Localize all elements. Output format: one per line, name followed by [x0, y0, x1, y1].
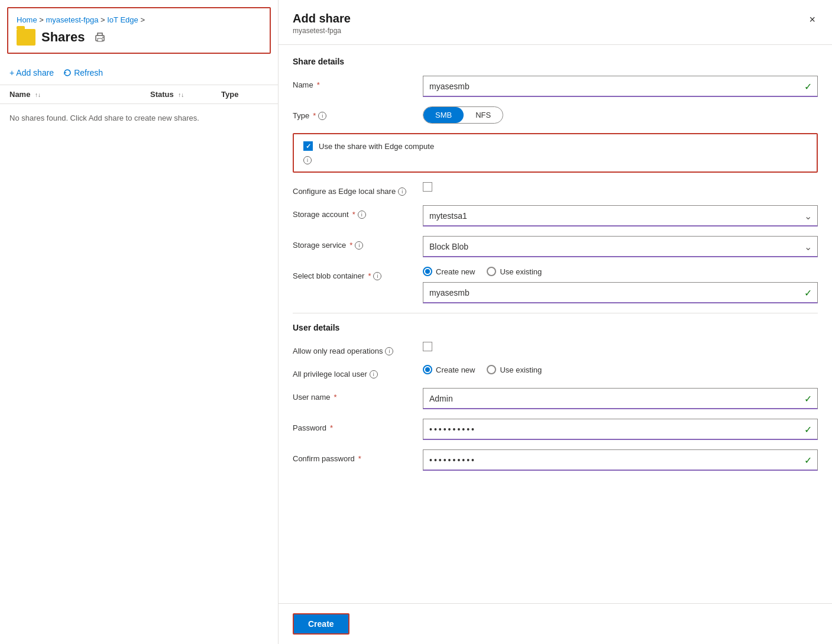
field-type-control: SMB NFS — [423, 106, 818, 124]
sort-name[interactable]: ↑↓ — [35, 92, 41, 98]
blob-create-new-radio[interactable]: Create new — [423, 267, 475, 276]
all-privilege-label: All privilege local user i — [293, 365, 423, 378]
all-privilege-info-icon[interactable]: i — [370, 370, 378, 378]
storage-service-label: Storage service * i — [293, 236, 423, 250]
user-create-new-radio-inner — [425, 367, 430, 372]
field-name-control: ✓ — [423, 76, 818, 97]
user-use-existing-radio-outer — [487, 365, 496, 374]
name-input[interactable] — [423, 76, 818, 97]
print-icon[interactable] — [94, 31, 106, 43]
col-type: Type — [221, 90, 268, 99]
blob-create-new-radio-outer — [423, 267, 432, 276]
svg-rect-1 — [98, 38, 102, 41]
storage-service-dropdown[interactable]: Block Blob — [423, 236, 818, 257]
username-row: User name * ✓ — [293, 388, 818, 409]
blob-container-input[interactable] — [423, 282, 818, 303]
add-share-button[interactable]: + Add share — [9, 68, 54, 77]
user-create-new-radio-outer — [423, 365, 432, 374]
section-divider — [293, 313, 818, 313]
configure-edge-label: Configure as Edge local share i — [293, 182, 423, 196]
breadcrumb-sep2: > — [101, 15, 107, 24]
blob-container-value-wrapper: ✓ — [423, 282, 818, 303]
refresh-icon — [63, 69, 72, 77]
blob-use-existing-radio[interactable]: Use existing — [487, 267, 542, 276]
add-share-drawer: Add share myasetest-fpga × Share details… — [278, 0, 832, 644]
edge-compute-checkbox[interactable] — [303, 141, 313, 151]
field-name-row: Name * ✓ — [293, 76, 818, 97]
allow-read-label: Allow only read operations i — [293, 342, 423, 355]
storage-service-info-icon[interactable]: i — [355, 241, 363, 250]
storage-account-dropdown[interactable]: mytestsa1 — [423, 205, 818, 226]
breadcrumb-home[interactable]: Home — [17, 15, 37, 24]
blob-create-new-radio-inner — [425, 269, 430, 274]
edge-compute-section: Use the share with Edge compute i — [293, 133, 818, 173]
required-star-storage: * — [352, 210, 355, 219]
left-panel: Home > myasetest-fpga > IoT Edge > Share… — [0, 0, 278, 644]
close-button[interactable]: × — [807, 12, 818, 27]
no-data-message: No shares found. Click Add share to crea… — [0, 104, 278, 132]
user-use-existing-label: Use existing — [500, 365, 542, 374]
all-privilege-radio-group: Create new Use existing — [423, 365, 818, 374]
password-check-icon: ✓ — [804, 424, 812, 435]
storage-account-control: mytestsa1 ⌄ — [423, 205, 818, 226]
field-type-row: Type * i SMB NFS — [293, 106, 818, 124]
breadcrumb-device[interactable]: myasetest-fpga — [46, 15, 99, 24]
table-header: Name ↑↓ Status ↑↓ Type — [0, 85, 278, 104]
refresh-button[interactable]: Refresh — [63, 68, 103, 77]
confirm-password-control: ✓ — [423, 449, 818, 471]
breadcrumb-sep3: > — [140, 15, 145, 24]
name-input-wrapper: ✓ — [423, 76, 818, 97]
confirm-password-row: Confirm password * ✓ — [293, 449, 818, 471]
sort-status[interactable]: ↑↓ — [178, 92, 184, 98]
create-button[interactable]: Create — [293, 613, 349, 635]
user-create-new-label: Create new — [436, 365, 475, 374]
configure-edge-checkbox[interactable] — [423, 182, 432, 192]
drawer-header: Add share myasetest-fpga × — [279, 0, 832, 45]
edge-compute-row: Use the share with Edge compute — [303, 141, 807, 151]
edge-compute-info-icon[interactable]: i — [303, 156, 312, 164]
toolbar: + Add share Refresh — [0, 61, 278, 85]
user-use-existing-radio[interactable]: Use existing — [487, 365, 542, 374]
type-toggle-group: SMB NFS — [423, 106, 503, 124]
confirm-password-input-wrapper: ✓ — [423, 449, 818, 471]
nfs-toggle[interactable]: NFS — [464, 107, 503, 123]
required-star-blob: * — [368, 271, 371, 280]
allow-read-info-icon[interactable]: i — [385, 347, 393, 355]
edge-compute-label: Use the share with Edge compute — [319, 142, 434, 151]
required-star-service: * — [349, 241, 352, 250]
allow-read-row: Allow only read operations i — [293, 342, 818, 355]
username-control: ✓ — [423, 388, 818, 409]
storage-account-info-icon[interactable]: i — [358, 211, 366, 219]
blob-container-label: Select blob container * i — [293, 267, 423, 280]
field-type-label: Type * i — [293, 106, 423, 120]
username-input[interactable] — [423, 388, 818, 409]
configure-edge-control — [423, 182, 818, 192]
password-control: ✓ — [423, 419, 818, 440]
storage-service-control: Block Blob ⌄ — [423, 236, 818, 257]
confirm-password-input[interactable] — [423, 449, 818, 471]
drawer-footer: Create — [279, 603, 832, 644]
type-info-icon[interactable]: i — [318, 112, 326, 120]
user-create-new-radio[interactable]: Create new — [423, 365, 475, 374]
required-star-confirm: * — [358, 454, 361, 463]
breadcrumb-sep1: > — [39, 15, 46, 24]
configure-edge-info-icon[interactable]: i — [398, 187, 406, 196]
password-input[interactable] — [423, 419, 818, 440]
blob-create-new-label: Create new — [436, 267, 475, 276]
required-star-password: * — [330, 423, 333, 432]
blob-use-existing-radio-outer — [487, 267, 496, 276]
allow-read-checkbox[interactable] — [423, 342, 432, 351]
breadcrumb: Home > myasetest-fpga > IoT Edge > — [17, 15, 261, 24]
password-label: Password * — [293, 419, 423, 432]
smb-toggle[interactable]: SMB — [423, 107, 464, 123]
section-user-details: User details — [293, 323, 818, 332]
required-star-type: * — [313, 111, 316, 120]
password-input-wrapper: ✓ — [423, 419, 818, 440]
page-title: Shares — [41, 30, 85, 45]
username-input-wrapper: ✓ — [423, 388, 818, 409]
all-privilege-row: All privilege local user i Create new Us… — [293, 365, 818, 378]
blob-use-existing-label: Use existing — [500, 267, 542, 276]
breadcrumb-section[interactable]: IoT Edge — [107, 15, 138, 24]
confirm-password-label: Confirm password * — [293, 449, 423, 463]
blob-container-info-icon[interactable]: i — [373, 272, 381, 280]
